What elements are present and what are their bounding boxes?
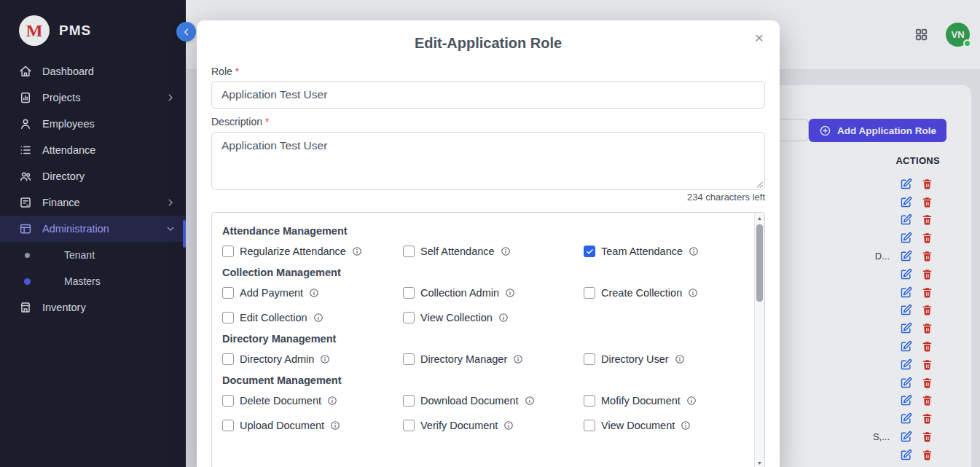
permission-item-verify-document[interactable]: Verify Document: [403, 418, 584, 433]
info-icon[interactable]: [525, 396, 535, 406]
permission-item-edit-collection[interactable]: Edit Collection: [222, 310, 403, 325]
permission-grid: Add PaymentCollection AdminCreate Collec…: [222, 286, 750, 325]
permission-item-upload-document[interactable]: Upload Document: [222, 418, 403, 433]
permission-label: Self Attendance: [420, 246, 495, 257]
permission-label: Team Attendance: [601, 246, 683, 257]
checkbox-unchecked[interactable]: [222, 395, 234, 407]
scroll-up-icon[interactable]: ▲: [755, 213, 764, 223]
permission-section-heading: Attendance Management: [222, 224, 750, 238]
checkbox-unchecked[interactable]: [403, 420, 415, 431]
permission-label: Directory Manager: [420, 353, 507, 365]
info-icon[interactable]: [675, 354, 685, 364]
edit-application-role-modal: × Edit-Application Role Role * Descripti…: [197, 20, 780, 467]
permission-label: Regularize Attendance: [240, 246, 346, 257]
info-icon[interactable]: [689, 246, 699, 256]
description-textarea[interactable]: Application Test User: [211, 132, 765, 190]
permission-item-directory-admin[interactable]: Directory Admin: [222, 352, 403, 366]
checkbox-unchecked[interactable]: [584, 420, 595, 431]
permission-item-add-payment[interactable]: Add Payment: [222, 286, 403, 300]
permission-sections: Attendance ManagementRegularize Attendan…: [212, 213, 754, 467]
info-icon[interactable]: [498, 313, 509, 323]
permission-item-self-attendance[interactable]: Self Attendance: [403, 244, 584, 259]
permission-item-download-document[interactable]: Download Document: [403, 393, 584, 408]
checkbox-unchecked[interactable]: [222, 420, 234, 431]
permission-item-view-document[interactable]: View Document: [584, 418, 750, 433]
permission-section-heading: Document Management: [222, 374, 750, 387]
role-input[interactable]: [211, 81, 765, 109]
checkbox-unchecked[interactable]: [584, 353, 595, 365]
info-icon[interactable]: [352, 246, 362, 256]
label-text: Role: [211, 66, 232, 77]
info-icon[interactable]: [313, 313, 324, 323]
permission-grid: Regularize AttendanceSelf AttendanceTeam…: [222, 244, 750, 259]
checkbox-checked[interactable]: [584, 246, 595, 257]
permissions-panel: Attendance ManagementRegularize Attendan…: [211, 212, 765, 467]
permission-label: Download Document: [420, 395, 519, 407]
info-icon[interactable]: [681, 420, 691, 431]
permission-label: Verify Document: [420, 420, 498, 431]
permission-label: Mofify Document: [601, 395, 681, 407]
textarea-resize-handle[interactable]: [756, 181, 764, 189]
checkbox-unchecked[interactable]: [403, 353, 415, 365]
permission-item-directory-manager[interactable]: Directory Manager: [403, 352, 584, 366]
permission-section-heading: Directory Management: [222, 332, 750, 345]
close-icon[interactable]: ×: [749, 28, 769, 48]
info-icon[interactable]: [327, 396, 337, 406]
permission-label: Directory Admin: [240, 353, 314, 365]
permission-label: Upload Document: [240, 420, 324, 431]
checkbox-unchecked[interactable]: [403, 312, 415, 323]
permission-label: Create Collection: [601, 287, 682, 299]
info-icon[interactable]: [688, 288, 698, 298]
checkbox-unchecked[interactable]: [222, 312, 234, 323]
checkbox-unchecked[interactable]: [222, 353, 234, 365]
info-icon[interactable]: [503, 420, 514, 431]
label-text: Description: [211, 116, 262, 127]
permission-grid: Delete DocumentDownload DocumentMofify D…: [222, 393, 750, 433]
checkbox-unchecked[interactable]: [403, 395, 415, 407]
info-icon[interactable]: [330, 420, 340, 431]
permission-item-directory-user[interactable]: Directory User: [584, 352, 750, 366]
checkbox-unchecked[interactable]: [403, 287, 415, 299]
characters-left-counter: 234 characters left: [211, 192, 765, 203]
permission-grid: Directory AdminDirectory ManagerDirector…: [222, 352, 750, 366]
info-icon[interactable]: [513, 354, 523, 364]
scroll-thumb[interactable]: [756, 224, 763, 302]
scroll-down-icon[interactable]: ▼: [755, 458, 764, 467]
required-asterisk: *: [235, 66, 239, 77]
permission-item-create-collection[interactable]: Create Collection: [584, 286, 750, 300]
permission-item-collection-admin[interactable]: Collection Admin: [403, 286, 584, 300]
permission-label: Directory User: [601, 353, 669, 365]
permission-section-heading: Collection Management: [222, 266, 750, 279]
info-icon[interactable]: [309, 288, 319, 298]
checkbox-unchecked[interactable]: [403, 246, 415, 257]
info-icon[interactable]: [320, 354, 330, 364]
description-field-label: Description *: [211, 116, 765, 127]
permission-label: View Collection: [420, 312, 493, 323]
permission-item-team-attendance[interactable]: Team Attendance: [584, 244, 750, 259]
checkbox-unchecked[interactable]: [222, 246, 234, 257]
role-field-label: Role *: [211, 66, 765, 77]
permission-label: Add Payment: [240, 287, 303, 299]
checkbox-unchecked[interactable]: [584, 287, 595, 299]
checkbox-unchecked[interactable]: [222, 287, 234, 299]
info-icon[interactable]: [501, 246, 511, 256]
required-asterisk: *: [265, 116, 269, 127]
description-textarea-wrap: Application Test User: [211, 132, 765, 190]
permission-label: Delete Document: [240, 395, 321, 407]
permission-item-delete-document[interactable]: Delete Document: [222, 393, 403, 408]
modal-title: Edit-Application Role: [211, 35, 765, 51]
permission-label: Edit Collection: [240, 312, 307, 323]
info-icon[interactable]: [505, 288, 515, 298]
permission-item-mofify-document[interactable]: Mofify Document: [584, 393, 750, 408]
checkbox-unchecked[interactable]: [584, 395, 595, 407]
scrollbar[interactable]: ▲ ▼: [754, 213, 764, 467]
permission-label: Collection Admin: [420, 287, 499, 299]
permission-item-regularize-attendance[interactable]: Regularize Attendance: [222, 244, 403, 259]
info-icon[interactable]: [686, 396, 697, 406]
permission-item-view-collection[interactable]: View Collection: [403, 310, 584, 325]
permission-label: View Document: [601, 420, 675, 431]
